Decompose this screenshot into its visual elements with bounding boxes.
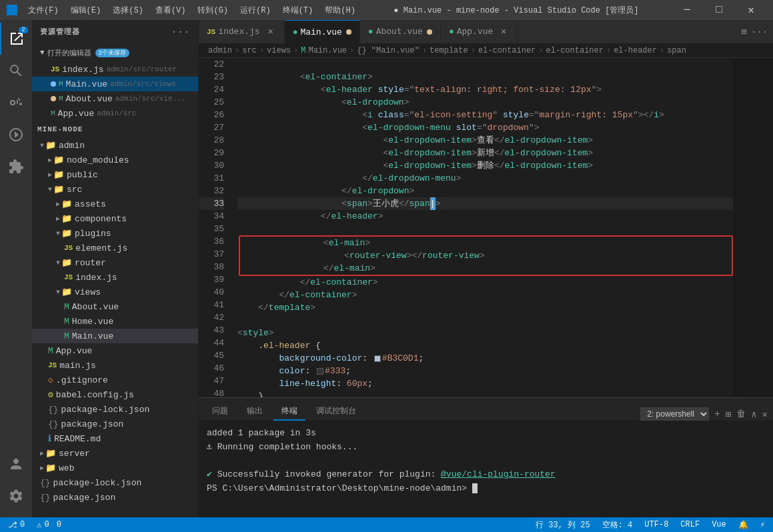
tree-views[interactable]: ▼ 📁 views bbox=[32, 285, 198, 299]
tree-gitignore[interactable]: ◇ .gitignore bbox=[32, 373, 198, 387]
tree-router[interactable]: ▼ 📁 router bbox=[32, 255, 198, 270]
open-file-indexjs[interactable]: JS index.js admin/src/router bbox=[32, 62, 198, 77]
breadcrumb-el-container2[interactable]: el-container bbox=[546, 46, 604, 55]
tree-components[interactable]: ▶ 📁 components bbox=[32, 211, 198, 226]
breadcrumb-span[interactable]: span bbox=[667, 46, 686, 55]
search-activity-icon[interactable] bbox=[0, 55, 32, 87]
tree-packagelockjson[interactable]: {} package-lock.json bbox=[32, 402, 198, 417]
code-editor[interactable]: 22 23 24 25 26 27 28 29 30 31 32 33 34 3… bbox=[199, 58, 773, 397]
tab-appvue[interactable]: ● App.vue × bbox=[441, 20, 518, 43]
tree-src[interactable]: ▼ 📁 src bbox=[32, 182, 198, 197]
open-editors-header[interactable]: ▼ 打开的编辑器 2个未保存 bbox=[32, 43, 198, 62]
tree-public[interactable]: ▶ 📁 public bbox=[32, 167, 198, 182]
json-icon-pkg: {} bbox=[48, 419, 59, 429]
menu-edit[interactable]: 编辑(E) bbox=[65, 3, 107, 17]
tab-appvue-close[interactable]: × bbox=[498, 27, 509, 37]
breadcrumb: admin › src › views › M Main.vue › {} "M… bbox=[199, 43, 773, 58]
terminal-close-icon[interactable]: ✕ bbox=[762, 409, 768, 420]
terminal-panel: 问题 输出 终端 调试控制台 2: powershell + ⊞ 🗑 ∧ ✕ a… bbox=[199, 397, 773, 517]
more-actions-icon[interactable]: ··· bbox=[751, 27, 768, 37]
status-position[interactable]: 行 33, 列 25 bbox=[533, 517, 593, 532]
status-encoding[interactable]: UTF-8 bbox=[642, 517, 671, 532]
tree-server[interactable]: ▶ 📁 server bbox=[32, 446, 198, 461]
open-file-mainvue[interactable]: M Main.vue admin/src/views bbox=[32, 77, 198, 91]
status-notifications[interactable]: 🔔 bbox=[736, 517, 751, 532]
tree-admin[interactable]: ▼ 📁 admin bbox=[32, 138, 198, 153]
account-activity-icon[interactable] bbox=[0, 448, 32, 480]
tree-plugins[interactable]: ▼ 📁 plugins bbox=[32, 226, 198, 241]
status-indent[interactable]: 空格: 4 bbox=[600, 517, 636, 532]
tab-indexjs[interactable]: JS index.js × bbox=[199, 20, 285, 43]
menu-bar[interactable]: 文件(F) 编辑(E) 选择(S) 查看(V) 转到(G) 运行(R) 终端(T… bbox=[23, 3, 361, 17]
tree-elementjs[interactable]: JS element.js bbox=[32, 241, 198, 255]
tree-aboutvue[interactable]: M About.vue bbox=[32, 299, 198, 314]
terminal-tab-terminal[interactable]: 终端 bbox=[273, 403, 305, 421]
sidebar-more-icon[interactable]: ··· bbox=[171, 27, 190, 37]
status-language[interactable]: Vue bbox=[709, 517, 729, 532]
maximize-button[interactable]: □ bbox=[704, 0, 734, 20]
breadcrumb-mainvue[interactable]: Main.vue bbox=[308, 46, 347, 55]
terminal-tab-debug[interactable]: 调试控制台 bbox=[308, 403, 364, 421]
menu-file[interactable]: 文件(F) bbox=[23, 3, 64, 17]
open-file-aboutvue[interactable]: M About.vue admin/src/vie... bbox=[32, 91, 198, 106]
menu-help[interactable]: 帮助(H) bbox=[319, 3, 361, 17]
tab-indexjs-close[interactable]: × bbox=[265, 27, 276, 37]
sep5: › bbox=[422, 46, 427, 55]
tree-babelconfig[interactable]: ⚙ babel.config.js bbox=[32, 387, 198, 402]
source-control-activity-icon[interactable] bbox=[0, 87, 32, 119]
terminal-add-icon[interactable]: + bbox=[714, 409, 720, 419]
status-git[interactable]: ⎇ 0 bbox=[5, 517, 27, 532]
status-live-share[interactable]: ⚡ bbox=[758, 517, 768, 532]
window-controls[interactable]: ─ □ ✕ bbox=[672, 0, 766, 20]
terminal-tab-output[interactable]: 输出 bbox=[239, 403, 271, 421]
settings-activity-icon[interactable] bbox=[0, 480, 32, 512]
arrow-public: ▶ bbox=[48, 171, 52, 179]
breadcrumb-admin[interactable]: admin bbox=[208, 46, 232, 55]
tree-mainjs[interactable]: JS main.js bbox=[32, 358, 198, 373]
open-file-appvue[interactable]: M App.vue admin/src bbox=[32, 106, 198, 121]
debug-activity-icon[interactable] bbox=[0, 119, 32, 151]
split-editor-icon[interactable]: ⊞ bbox=[741, 26, 746, 37]
tree-assets[interactable]: ▶ 📁 assets bbox=[32, 197, 198, 211]
terminal-split-icon[interactable]: ⊞ bbox=[726, 409, 731, 420]
status-eol[interactable]: CRLF bbox=[678, 517, 702, 532]
breadcrumb-el-header[interactable]: el-header bbox=[614, 46, 657, 55]
open-file-aboutvue-label: About.vue bbox=[66, 94, 113, 104]
breadcrumb-obj[interactable]: {} "Main.vue" bbox=[357, 46, 420, 55]
breadcrumb-template[interactable]: template bbox=[430, 46, 468, 55]
tree-web[interactable]: ▶ 📁 web bbox=[32, 461, 198, 475]
tree-packagejson[interactable]: {} package.json bbox=[32, 417, 198, 431]
terminal-chevron-up-icon[interactable]: ∧ bbox=[751, 409, 756, 420]
menu-terminal[interactable]: 终端(T) bbox=[277, 3, 319, 17]
close-button[interactable]: ✕ bbox=[736, 0, 766, 20]
breadcrumb-el-container1[interactable]: el-container bbox=[478, 46, 536, 55]
menu-view[interactable]: 查看(V) bbox=[150, 3, 191, 17]
tree-mainvue[interactable]: M Main.vue bbox=[32, 329, 198, 343]
breadcrumb-src[interactable]: src bbox=[242, 46, 257, 55]
tree-router-indexjs[interactable]: JS index.js bbox=[32, 270, 198, 285]
project-root[interactable]: MINE-NODE bbox=[32, 121, 198, 138]
menu-select[interactable]: 选择(S) bbox=[107, 3, 149, 17]
menu-goto[interactable]: 转到(G) bbox=[192, 3, 233, 17]
tab-mainvue[interactable]: ● Main.vue bbox=[285, 20, 360, 43]
terminal-tab-problems[interactable]: 问题 bbox=[204, 403, 236, 421]
tree-root-pkg[interactable]: {} package.json bbox=[32, 490, 198, 505]
sidebar-header-icons[interactable]: ··· bbox=[171, 27, 190, 37]
status-errors[interactable]: ⚠ 0 0 bbox=[34, 517, 64, 532]
tree-root-pkglock[interactable]: {} package-lock.json bbox=[32, 475, 198, 490]
explorer-activity-icon[interactable]: 2 bbox=[0, 23, 32, 55]
tree-appvue[interactable]: M App.vue bbox=[32, 343, 198, 358]
terminal-line-3 bbox=[207, 455, 765, 469]
breadcrumb-views[interactable]: views bbox=[267, 46, 291, 55]
extensions-activity-icon[interactable] bbox=[0, 151, 32, 183]
tab-aboutvue[interactable]: ● About.vue bbox=[360, 20, 441, 43]
minimize-button[interactable]: ─ bbox=[672, 0, 702, 20]
tree-readme[interactable]: ℹ README.md bbox=[32, 431, 198, 446]
menu-run[interactable]: 运行(R) bbox=[235, 3, 276, 17]
terminal-trash-icon[interactable]: 🗑 bbox=[736, 409, 746, 419]
tree-homevue[interactable]: M Home.vue bbox=[32, 314, 198, 329]
terminal-shell-selector[interactable]: 2: powershell bbox=[640, 407, 709, 421]
tree-node-modules[interactable]: ▶ 📁 node_modules bbox=[32, 153, 198, 167]
code-content[interactable]: <el-container> <el-header style="text-al… bbox=[232, 58, 733, 397]
status-eol-text: CRLF bbox=[680, 520, 700, 529]
